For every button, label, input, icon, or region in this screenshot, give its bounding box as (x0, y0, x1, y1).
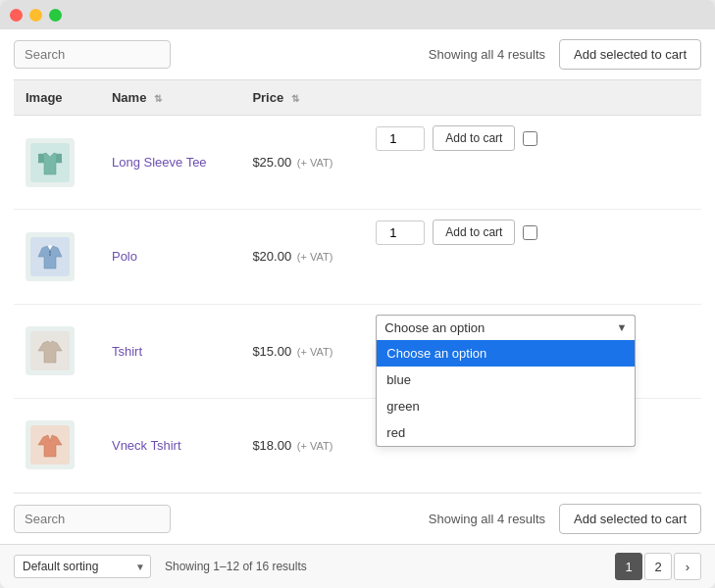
color-dropdown-wrapper: Choose an option ▼ Choose an option blue… (376, 315, 636, 340)
product-price-cell: $18.00 (+ VAT) (240, 398, 364, 492)
product-price: $15.00 (252, 344, 291, 359)
product-image (26, 326, 75, 375)
color-dropdown-trigger[interactable]: Choose an option ▼ (376, 315, 636, 340)
dropdown-arrow-icon: ▼ (616, 321, 627, 333)
toolbar-right-bottom: Showing all 4 results Add selected to ca… (429, 504, 701, 534)
col-image: Image (14, 80, 100, 116)
price-sort-icon: ⇅ (291, 93, 299, 104)
dropdown-item-blue[interactable]: blue (377, 367, 635, 393)
page-next-button[interactable]: › (674, 553, 701, 580)
product-price-cell: $20.00 (+ VAT) (240, 210, 364, 304)
dropdown-item-choose[interactable]: Choose an option (377, 340, 635, 367)
showing-results-bottom: Showing all 4 results (429, 512, 545, 526)
row-checkbox[interactable] (523, 225, 537, 240)
toolbar-right-top: Showing all 4 results Add selected to ca… (429, 39, 701, 70)
product-image-cell (14, 210, 100, 304)
product-vat: (+ VAT) (297, 157, 333, 169)
product-name-cell: Vneck Tshirt (100, 398, 240, 492)
dropdown-item-green[interactable]: green (377, 393, 635, 419)
close-button[interactable] (10, 9, 23, 22)
product-name-cell: Polo (100, 210, 240, 304)
app-window: Showing all 4 results Add selected to ca… (0, 0, 715, 588)
footer-bar: Default sorting Sort by popularity Sort … (0, 544, 715, 588)
pagination: 1 2 › (615, 553, 701, 580)
product-actions-cell: Add to cart (364, 210, 701, 255)
product-image-cell (14, 398, 100, 492)
maximize-button[interactable] (49, 9, 62, 22)
title-bar (0, 0, 715, 29)
col-actions (364, 80, 701, 116)
product-vat: (+ VAT) (297, 346, 333, 358)
sort-wrapper: Default sorting Sort by popularity Sort … (14, 555, 151, 578)
name-sort-icon: ⇅ (154, 93, 162, 104)
product-name-cell: Tshirt (100, 304, 240, 398)
dropdown-selected-label: Choose an option (384, 320, 485, 335)
table-row: Long Sleeve Tee $25.00 (+ VAT) Add to ca… (14, 116, 701, 210)
add-to-cart-button[interactable]: Add to cart (433, 220, 515, 245)
showing-results-top: Showing all 4 results (429, 47, 545, 62)
product-name[interactable]: Vneck Tshirt (112, 438, 181, 453)
product-price: $20.00 (252, 249, 291, 264)
main-content: Showing all 4 results Add selected to ca… (0, 29, 715, 544)
product-price: $18.00 (252, 438, 291, 453)
long-sleeve-tee-icon (30, 143, 70, 182)
qty-input[interactable] (376, 220, 425, 245)
minimize-button[interactable] (29, 9, 42, 22)
product-vat: (+ VAT) (297, 251, 333, 263)
search-input-bottom[interactable] (14, 505, 171, 533)
add-selected-cart-top[interactable]: Add selected to cart (559, 39, 701, 70)
svg-point-3 (49, 251, 51, 253)
page-2-button[interactable]: 2 (644, 553, 672, 580)
table-row: Tshirt $15.00 (+ VAT) Choose an option ▼ (14, 304, 701, 398)
page-1-button[interactable]: 1 (615, 553, 642, 580)
tshirt-icon (30, 331, 70, 370)
polo-icon (30, 237, 70, 276)
product-image (26, 138, 75, 187)
add-selected-cart-bottom[interactable]: Add selected to cart (559, 504, 701, 534)
sort-select[interactable]: Default sorting Sort by popularity Sort … (14, 555, 151, 578)
product-price: $25.00 (252, 155, 291, 170)
table-row: Polo $20.00 (+ VAT) Add to cart (14, 210, 701, 304)
product-actions-cell: Choose an option ▼ Choose an option blue… (364, 304, 701, 398)
footer-results-text: Showing 1–12 of 16 results (165, 560, 307, 573)
product-price-cell: $15.00 (+ VAT) (240, 304, 364, 398)
product-image-cell (14, 116, 100, 210)
product-vat: (+ VAT) (297, 440, 333, 452)
svg-point-4 (49, 254, 51, 256)
dropdown-item-red[interactable]: red (377, 419, 635, 446)
color-dropdown-list: Choose an option blue green red (376, 340, 636, 447)
vneck-icon (30, 425, 70, 465)
product-name-cell: Long Sleeve Tee (100, 116, 240, 210)
table-header-row: Image Name ⇅ Price ⇅ (14, 80, 701, 116)
search-input-top[interactable] (14, 40, 171, 69)
col-name[interactable]: Name ⇅ (100, 80, 240, 116)
top-toolbar: Showing all 4 results Add selected to ca… (14, 29, 701, 79)
row-checkbox[interactable] (523, 131, 537, 146)
bottom-toolbar: Showing all 4 results Add selected to ca… (14, 493, 701, 544)
product-name[interactable]: Long Sleeve Tee (112, 155, 207, 170)
product-image-cell (14, 304, 100, 398)
product-name[interactable]: Tshirt (112, 344, 142, 359)
products-table: Image Name ⇅ Price ⇅ (14, 79, 701, 493)
add-to-cart-button[interactable]: Add to cart (433, 125, 515, 151)
product-image (26, 420, 75, 469)
product-actions-cell: Add to cart (364, 116, 701, 161)
qty-input[interactable] (376, 126, 425, 151)
product-image (26, 232, 75, 281)
product-price-cell: $25.00 (+ VAT) (240, 116, 364, 210)
product-name[interactable]: Polo (112, 249, 137, 264)
col-price[interactable]: Price ⇅ (240, 80, 364, 116)
